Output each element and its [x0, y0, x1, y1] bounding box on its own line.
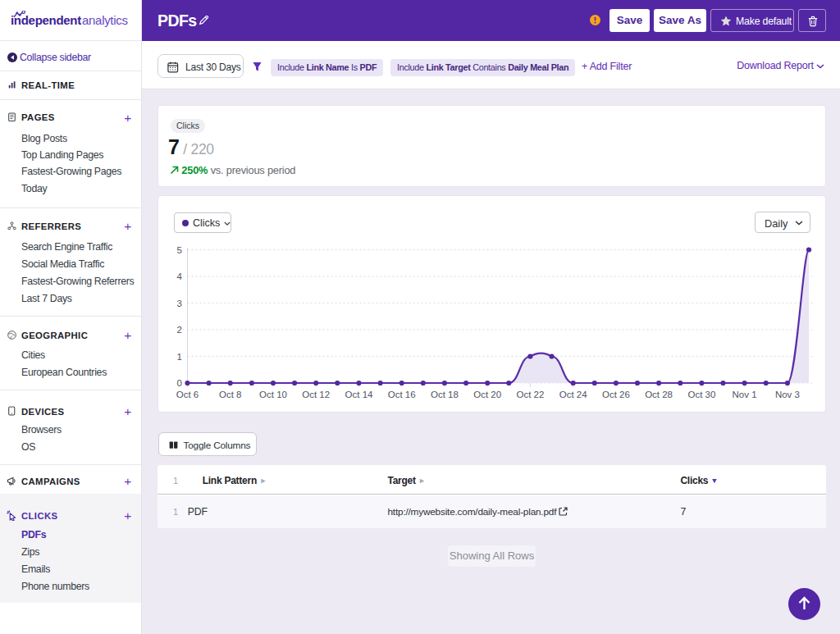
svg-text:2: 2 [177, 325, 182, 335]
svg-text:3: 3 [177, 298, 182, 308]
svg-text:Oct 28: Oct 28 [645, 390, 673, 399]
svg-text:Nov 1: Nov 1 [733, 390, 757, 399]
svg-text:Oct 26: Oct 26 [602, 390, 630, 399]
svg-text:Oct 10: Oct 10 [259, 390, 287, 399]
svg-text:Oct 6: Oct 6 [176, 390, 199, 399]
svg-text:Oct 12: Oct 12 [302, 390, 330, 399]
svg-text:5: 5 [177, 244, 182, 254]
svg-text:Oct 22: Oct 22 [516, 390, 544, 399]
svg-text:Oct 24: Oct 24 [559, 390, 587, 399]
svg-text:Oct 18: Oct 18 [431, 390, 459, 399]
svg-text:Oct 20: Oct 20 [473, 390, 501, 399]
svg-text:Oct 14: Oct 14 [345, 390, 373, 399]
svg-text:Oct 16: Oct 16 [388, 390, 416, 399]
svg-text:4: 4 [177, 271, 183, 281]
svg-text:Oct 8: Oct 8 [219, 390, 241, 399]
svg-text:Oct 30: Oct 30 [687, 390, 715, 399]
svg-text:1: 1 [177, 351, 182, 361]
svg-text:0: 0 [177, 378, 182, 388]
svg-text:Nov 3: Nov 3 [775, 390, 800, 399]
